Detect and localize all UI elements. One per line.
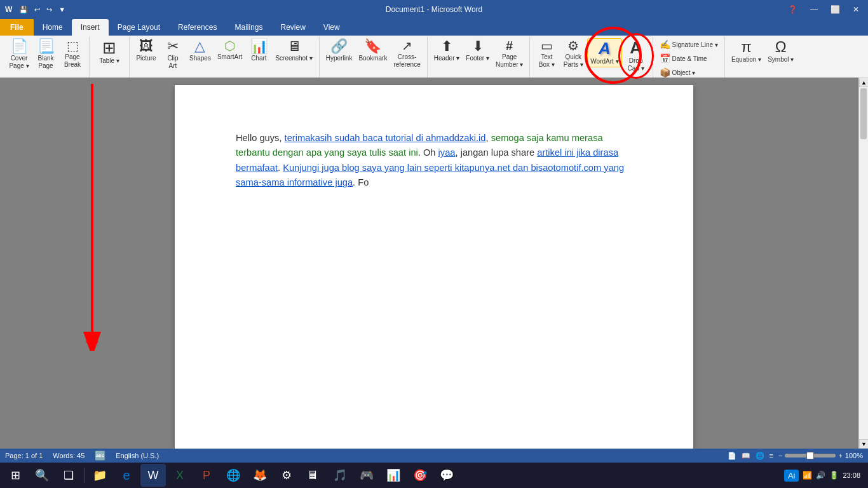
screenshot-button[interactable]: 🖥 Screenshot ▾ xyxy=(273,38,315,64)
zoom-slider-thumb[interactable] xyxy=(806,452,814,459)
view-web-btn[interactable]: 🌐 xyxy=(756,452,764,460)
hyperlink-button[interactable]: 🔗 Hyperlink xyxy=(323,38,355,64)
zoom-slider[interactable] xyxy=(785,454,836,458)
illustrations-buttons: 🖼 Picture ✂ ClipArt △ Shapes ⬡ SmartArt … xyxy=(133,38,315,81)
drop-cap-button[interactable]: A DropCap ▾ xyxy=(623,38,649,74)
tab-insert[interactable]: Insert xyxy=(72,19,109,36)
tab-mailings[interactable]: Mailings xyxy=(226,19,271,36)
text-buttons: ▭ TextBox ▾ ⚙ QuickParts ▾ A WordArt ▾ A… xyxy=(534,38,648,81)
view-print-btn[interactable]: 📄 xyxy=(728,452,736,460)
taskbar-edge[interactable]: e xyxy=(114,464,139,487)
cover-page-button[interactable]: 📄 CoverPage ▾ xyxy=(6,38,32,71)
undo-qa-btn[interactable]: ↩ xyxy=(32,4,42,15)
symbols-buttons: π Equation ▾ Ω Symbol ▾ xyxy=(729,38,796,81)
network-icon[interactable]: 📶 xyxy=(803,471,812,480)
symbol-button[interactable]: Ω Symbol ▾ xyxy=(765,38,796,65)
text-box-button[interactable]: ▭ TextBox ▾ xyxy=(534,38,559,70)
header-footer-buttons: ⬆ Header ▾ ⬇ Footer ▾ # PageNumber ▾ xyxy=(431,38,526,81)
taskbar-app2[interactable]: 🎯 xyxy=(407,464,433,487)
tab-page-layout[interactable]: Page Layout xyxy=(109,19,169,36)
qa-dropdown-btn[interactable]: ▼ xyxy=(57,4,67,15)
footer-button[interactable]: ⬇ Footer ▾ xyxy=(463,38,492,64)
taskbar-firefox[interactable]: 🦊 xyxy=(247,464,273,487)
taskbar-settings[interactable]: ⚙ xyxy=(274,464,299,487)
ai-label[interactable]: Ai xyxy=(784,470,799,482)
symbol-icon: Ω xyxy=(775,39,787,55)
zoom-level: 100% xyxy=(845,452,863,459)
scroll-down-arrow[interactable]: ▼ xyxy=(859,439,868,449)
date-time-button[interactable]: 📅 Date & Time xyxy=(657,52,710,65)
smartart-icon: ⬡ xyxy=(224,39,235,52)
search-button[interactable]: 🔍 xyxy=(29,464,55,487)
object-button[interactable]: 📦 Object ▾ xyxy=(657,66,698,79)
signature-line-button[interactable]: ✍ Signature Line ▾ xyxy=(657,38,721,51)
clip-art-button[interactable]: ✂ ClipArt xyxy=(160,38,186,71)
tables-buttons: ⊞ Table ▾ xyxy=(93,38,125,81)
view-draft-btn[interactable]: ≡ xyxy=(770,452,773,459)
bookmark-icon: 🔖 xyxy=(364,39,381,53)
zoom-in-btn[interactable]: + xyxy=(838,452,842,459)
view-reading-btn[interactable]: 📖 xyxy=(742,452,750,460)
taskbar-explorer[interactable]: 📁 xyxy=(87,464,112,487)
spell-check-icon[interactable]: 🔤 xyxy=(95,451,105,461)
blank-page-button[interactable]: 📃 BlankPage xyxy=(33,38,58,71)
link-iyaa[interactable]: iyaa xyxy=(438,147,456,158)
taskbar-powerpoint[interactable]: P xyxy=(194,464,219,487)
header-icon: ⬆ xyxy=(441,39,452,53)
header-button[interactable]: ⬆ Header ▾ xyxy=(431,38,463,64)
vertical-scrollbar[interactable]: ▲ ▼ xyxy=(858,78,868,449)
page-number-icon: # xyxy=(506,39,513,52)
clock[interactable]: 23:08 xyxy=(843,471,865,479)
links-buttons: 🔗 Hyperlink 🔖 Bookmark ↗ Cross-reference xyxy=(323,38,423,81)
taskbar-chrome[interactable]: 🌐 xyxy=(220,464,246,487)
window-title: Document1 - Microsoft Word xyxy=(386,5,483,14)
tab-view[interactable]: View xyxy=(315,19,349,36)
taskbar-music[interactable]: 🎵 xyxy=(327,464,353,487)
document-content[interactable]: Hello guys, terimakasih sudah baca tutor… xyxy=(236,131,632,191)
tab-file[interactable]: File xyxy=(0,19,34,36)
wordart-button[interactable]: A WordArt ▾ xyxy=(587,38,621,67)
link-terimakasih[interactable]: terimakasih sudah baca tutorial di ahmad… xyxy=(285,133,486,143)
taskbar-app3[interactable]: 💬 xyxy=(434,464,459,487)
help-btn[interactable]: ❓ xyxy=(784,4,801,15)
tab-references[interactable]: References xyxy=(169,19,226,36)
page-number-button[interactable]: # PageNumber ▾ xyxy=(493,38,526,70)
taskbar-game[interactable]: 🎮 xyxy=(354,464,379,487)
tab-review[interactable]: Review xyxy=(271,19,314,36)
equation-button[interactable]: π Equation ▾ xyxy=(729,38,764,65)
taskbar-sep-1 xyxy=(84,468,85,483)
taskbar-excel[interactable]: X xyxy=(167,464,193,487)
pages-buttons: 📄 CoverPage ▾ 📃 BlankPage ⬚ PageBreak xyxy=(6,38,85,81)
table-button[interactable]: ⊞ Table ▾ xyxy=(93,38,125,66)
close-btn[interactable]: ✕ xyxy=(849,4,863,15)
cross-reference-button[interactable]: ↗ Cross-reference xyxy=(391,38,423,70)
chart-button[interactable]: 📊 Chart xyxy=(246,38,271,64)
battery-icon[interactable]: 🔋 xyxy=(829,471,839,480)
picture-button[interactable]: 🖼 Picture xyxy=(133,38,159,64)
quick-parts-button[interactable]: ⚙ QuickParts ▾ xyxy=(560,38,586,70)
smartart-button[interactable]: ⬡ SmartArt xyxy=(215,38,245,62)
taskbar-app1[interactable]: 📊 xyxy=(381,464,406,487)
object-icon: 📦 xyxy=(660,67,670,78)
page-break-button[interactable]: ⬚ PageBreak xyxy=(60,38,85,70)
minimize-btn[interactable]: — xyxy=(806,4,822,15)
volume-icon[interactable]: 🔊 xyxy=(816,471,825,480)
restore-btn[interactable]: ⬜ xyxy=(827,4,844,15)
save-qa-btn[interactable]: 💾 xyxy=(17,4,30,15)
task-view-button[interactable]: ❑ xyxy=(56,464,81,487)
shapes-button[interactable]: △ Shapes xyxy=(187,38,214,64)
start-button[interactable]: ⊞ xyxy=(3,464,28,487)
taskbar-word[interactable]: W xyxy=(140,464,166,487)
redo-qa-btn[interactable]: ↪ xyxy=(44,4,54,15)
scroll-thumb[interactable] xyxy=(860,88,867,139)
zoom-out-btn[interactable]: − xyxy=(778,452,782,459)
wordart-icon: A xyxy=(599,40,611,57)
chart-icon: 📊 xyxy=(250,39,268,53)
link-kunjungi[interactable]: Kunjungi juga blog saya yang lain sepert… xyxy=(236,163,624,187)
tab-home[interactable]: Home xyxy=(34,19,72,36)
taskbar-calc[interactable]: 🖩 xyxy=(301,464,326,487)
document-page[interactable]: Hello guys, terimakasih sudah baca tutor… xyxy=(175,85,693,449)
bookmark-button[interactable]: 🔖 Bookmark xyxy=(356,38,390,64)
equation-icon: π xyxy=(741,39,752,55)
scroll-up-arrow[interactable]: ▲ xyxy=(859,78,868,87)
